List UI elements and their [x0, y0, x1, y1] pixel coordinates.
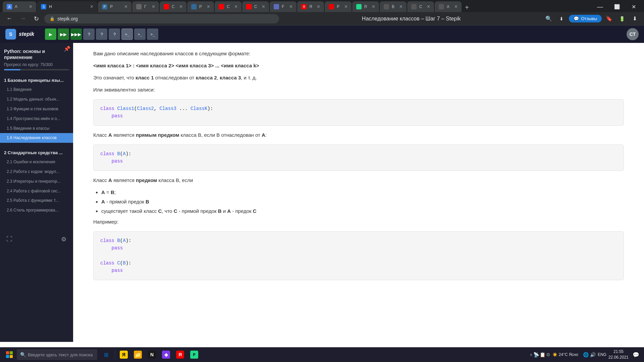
tab-6-icon [191, 4, 197, 9]
tab-14-close[interactable]: × [427, 4, 430, 10]
terminal-button-2[interactable]: >_ [134, 28, 146, 40]
network-icon[interactable]: 🌐 [583, 352, 589, 357]
tab-8[interactable]: С × [242, 1, 269, 12]
tab-13[interactable]: В × [380, 1, 407, 12]
sidebar-item-1-5[interactable]: 1.5 Введение в классы [0, 124, 73, 133]
user-avatar[interactable]: СТ [627, 28, 639, 40]
sidebar-item-1-2[interactable]: 1.2 Модель данных: объек... [0, 95, 73, 104]
code-indent-2 [100, 159, 112, 164]
code-keyword-1: class [100, 106, 114, 111]
tray-arrow[interactable]: ∧ [530, 352, 533, 357]
svg-rect-2 [6, 355, 9, 358]
maximize-button[interactable]: ⬜ [609, 1, 625, 12]
tab-6-close[interactable]: × [207, 4, 210, 10]
tab-11-close[interactable]: × [344, 4, 347, 10]
address-field[interactable]: 🔒 stepik.org [44, 14, 279, 23]
taskbar-app-notion[interactable]: N [145, 348, 159, 361]
taskbar-app-yandex[interactable]: Я [173, 348, 187, 361]
tab-4[interactable]: Г × [132, 1, 159, 12]
taskbar-app-explorer[interactable]: 📁 [131, 348, 145, 361]
extensions-button[interactable]: ⬇ [629, 13, 640, 24]
tab-5-close[interactable]: × [179, 4, 182, 10]
tab-8-close[interactable]: × [262, 4, 265, 10]
clock[interactable]: 21:55 22.06.2021 [608, 349, 629, 360]
settings-button[interactable]: ⚙ [58, 234, 69, 245]
help-button-2[interactable]: ? [96, 28, 107, 40]
close-button[interactable]: ✕ [626, 1, 641, 12]
minimize-button[interactable]: — [592, 1, 608, 12]
tray-icon-3[interactable]: ⚙ [546, 352, 550, 357]
tab-10-close[interactable]: × [317, 4, 320, 10]
code-keyword-pass-4: pass [112, 268, 123, 273]
taskbar-app-yandex-browser[interactable]: Я [117, 348, 130, 361]
forward-button[interactable]: → [17, 13, 28, 24]
tray-icon-1[interactable]: 📡 [533, 352, 539, 357]
tab-10[interactable]: Я Я × [297, 1, 324, 12]
tab-12[interactable]: R × [352, 1, 379, 12]
back-button[interactable]: ← [4, 13, 15, 24]
code-keyword-pass-3: pass [112, 245, 123, 251]
taskbar-app-obsidian[interactable]: ◈ [159, 348, 173, 361]
tab-13-close[interactable]: × [399, 4, 402, 10]
pin-icon[interactable]: 📌 [64, 46, 70, 52]
section-1-title[interactable]: 1 Базовые принципы язы... [0, 76, 73, 85]
tab-4-close[interactable]: × [152, 4, 155, 10]
tab-stepik-close[interactable]: × [90, 4, 93, 10]
chat-icon: 💬 [574, 16, 579, 21]
tab-7-close[interactable]: × [234, 4, 237, 10]
taskview-button[interactable]: ⊞ [99, 348, 113, 361]
sidebar-item-1-3[interactable]: 1.3 Функции и стек вызовов [0, 104, 73, 114]
tab-3[interactable]: Р Р × [98, 1, 131, 12]
tab-14[interactable]: С × [407, 1, 434, 12]
tab-11[interactable]: Р × [325, 1, 352, 12]
tab-1-close[interactable]: × [29, 4, 32, 10]
sidebar-item-1-6[interactable]: 1.6 Наследование классов [0, 133, 73, 143]
tab-15[interactable]: А × [435, 1, 462, 12]
tab-4-label: Г [144, 4, 147, 9]
reload-button[interactable]: ↻ [31, 13, 42, 24]
run-all-button[interactable]: ▶▶ [58, 28, 69, 40]
taskbar-search[interactable]: 🔍 Введите здесь текст для поиска [17, 349, 97, 360]
start-button[interactable] [3, 348, 16, 361]
run-button[interactable]: ▶ [45, 28, 56, 40]
otzyvy-button[interactable]: 💬 Отзывы [569, 15, 602, 22]
volume-icon[interactable]: 🔊 [590, 352, 596, 357]
expand-button[interactable]: ⛶ [4, 234, 15, 245]
sidebar-item-2-4[interactable]: 2.4 Работа с файловой сис... [0, 186, 73, 196]
tab-stepik[interactable]: S Н × [37, 1, 97, 12]
help-button-1[interactable]: ? [83, 28, 95, 40]
bookmark-button[interactable]: 🔖 [604, 13, 614, 24]
taskbar-app-pycharm[interactable]: P [187, 348, 201, 361]
help-button-3[interactable]: ? [109, 28, 120, 40]
taskbar: 🔍 Введите здесь текст для поиска ⊞ Я 📁 N… [0, 347, 644, 362]
sidebar-item-2-2[interactable]: 2.2 Работа с кодом: модул... [0, 167, 73, 177]
sidebar-item-2-6[interactable]: 2.6 Стиль программирова... [0, 205, 73, 215]
tab-5[interactable]: С × [160, 1, 186, 12]
logo-text: stepik [19, 31, 34, 37]
new-tab-button[interactable]: + [462, 3, 472, 12]
section-2-title[interactable]: 2 Стандартные средства ... [0, 148, 73, 157]
language-indicator[interactable]: ENG [598, 352, 606, 357]
tab-6[interactable]: Р × [187, 1, 214, 12]
sidebar-item-1-1[interactable]: 1.1 Введение [0, 85, 73, 95]
tab-15-close[interactable]: × [454, 4, 458, 10]
sidebar-item-2-1[interactable]: 2.1 Ошибки и исключения [0, 157, 73, 167]
download-button[interactable]: ⬇ [556, 13, 567, 24]
tab-9-close[interactable]: × [289, 4, 292, 10]
run-step-button[interactable]: ▶▶▶ [70, 28, 82, 40]
sidebar-item-2-3[interactable]: 2.3 Итераторы и генератор... [0, 177, 73, 186]
terminal-button-3[interactable]: >_ [147, 28, 158, 40]
stepik-logo[interactable]: S stepik [5, 29, 34, 40]
terminal-button-1[interactable]: >_ [121, 28, 133, 40]
tab-1[interactable]: A A × [3, 1, 36, 12]
notification-button[interactable]: 💬 [631, 349, 641, 360]
para-6: Например: [93, 218, 624, 226]
tab-7[interactable]: С × [215, 1, 241, 12]
tab-3-close[interactable]: × [124, 4, 127, 10]
sidebar-item-2-5[interactable]: 2.5 Работа с функциями: f... [0, 196, 73, 205]
tray-icon-2[interactable]: 📋 [540, 352, 545, 357]
tab-9[interactable]: F × [270, 1, 297, 12]
search-button[interactable]: 🔍 [543, 13, 554, 24]
sidebar-item-1-4[interactable]: 1.4 Пространства имён и о... [0, 114, 73, 124]
tab-12-close[interactable]: × [372, 4, 375, 10]
